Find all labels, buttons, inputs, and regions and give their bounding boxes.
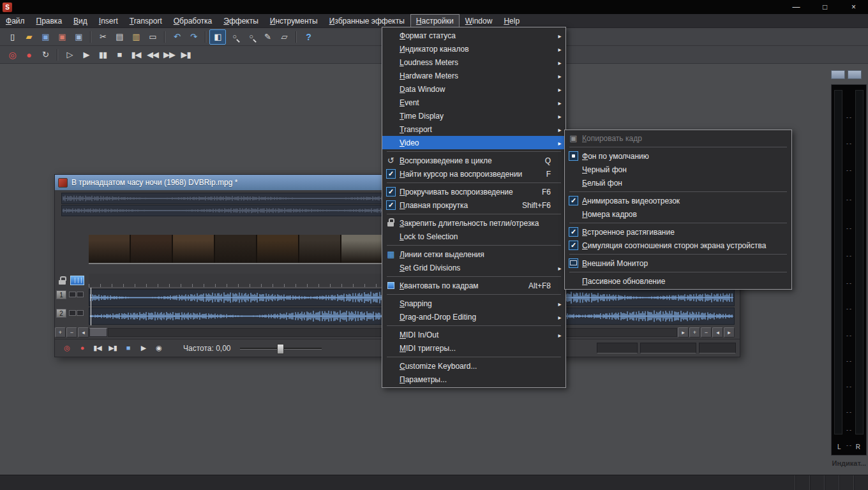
meter-channel-tab[interactable] <box>831 70 845 79</box>
stop-button[interactable]: ■ <box>111 47 128 63</box>
record-options-button[interactable]: ◎ <box>60 341 73 355</box>
menu-item[interactable]: Черный фон <box>565 163 791 176</box>
play-device-button[interactable]: ◉ <box>152 341 165 355</box>
forward-button[interactable]: ▶▶ <box>161 47 177 63</box>
zoom-out-time-button[interactable]: − <box>701 327 712 338</box>
menubar-item[interactable]: Избранные эффекты <box>324 14 410 27</box>
close-button[interactable]: × <box>839 0 868 14</box>
pause-button[interactable]: ▮▮ <box>94 47 111 63</box>
menu-item[interactable]: MIDI триггеры... <box>382 341 565 355</box>
track-mute-icon[interactable] <box>69 310 76 316</box>
level-meter[interactable]: L R <box>831 84 867 456</box>
menu-item[interactable]: MIDI In/Out <box>382 328 565 341</box>
cut-button[interactable]: ✂ <box>94 29 111 45</box>
menubar-item[interactable]: Файл <box>0 14 31 27</box>
menu-item[interactable]: Найти курсор на воспроизведении F <box>382 167 565 181</box>
maximize-button[interactable]: □ <box>811 0 839 14</box>
menu-item[interactable]: Пассивное обновление <box>565 274 791 288</box>
menu-item[interactable]: Встроенное растягивание <box>565 225 791 239</box>
menubar-item[interactable]: Window <box>460 14 498 27</box>
menu-item[interactable]: Внешний Монитор <box>565 256 791 270</box>
menu-item[interactable]: Set Grid Divisions <box>382 261 565 274</box>
track-header[interactable]: 1 <box>55 289 89 306</box>
menu-item[interactable]: Анимировать видеоотрезок <box>565 194 791 207</box>
save-all-button[interactable]: ▣ <box>70 29 87 45</box>
menu-item[interactable]: Snapping <box>382 297 565 310</box>
menu-item[interactable]: Time Display <box>382 109 565 122</box>
menu-item[interactable]: Воспроизведение в цикле Q <box>382 154 565 167</box>
snap-grid-icon[interactable] <box>70 276 84 285</box>
menu-item[interactable]: Закрепить длительность петли/отрезка <box>382 216 565 230</box>
menubar-item[interactable]: Инструменты <box>264 14 324 27</box>
menu-item[interactable]: Loudness Meters <box>382 56 565 69</box>
help-button[interactable]: ? <box>300 29 317 45</box>
go-to-end-button[interactable]: ▶▮ <box>106 341 119 355</box>
edit-tool-button[interactable]: ◧ <box>209 29 226 45</box>
menu-item[interactable]: Customize Keyboard... <box>382 359 565 373</box>
track-solo-icon[interactable] <box>77 310 84 316</box>
track-number[interactable]: 2 <box>56 309 66 318</box>
zoom-out-vertical-button[interactable]: − <box>66 327 77 338</box>
menubar-item[interactable]: Эффекты <box>218 14 264 27</box>
go-to-end-button[interactable]: ▶▮ <box>177 47 194 63</box>
menubar-item[interactable]: Вид <box>68 14 93 27</box>
save-button[interactable]: ▣ <box>37 29 54 45</box>
menu-item[interactable]: Hardware Meters <box>382 69 565 82</box>
go-to-start-button[interactable]: ▮◀ <box>128 47 144 63</box>
track-mute-icon[interactable] <box>69 292 76 297</box>
zoom-in-time-button[interactable]: + <box>689 327 700 338</box>
undo-button[interactable]: ↶ <box>168 29 185 45</box>
menu-item[interactable]: Номера кадров <box>565 207 791 221</box>
menu-item[interactable]: Формат статуса <box>382 29 565 42</box>
menu-item[interactable]: Квантовать по кадрам Alt+F8 <box>382 279 565 292</box>
menu-item[interactable]: Drag-and-Drop Editing <box>382 310 565 323</box>
menu-item[interactable]: Симуляция соотношения сторон экрана устр… <box>565 239 791 252</box>
play-all-button[interactable]: ▷ <box>61 47 78 63</box>
envelope-tool-button[interactable]: ▱ <box>276 29 292 45</box>
magnify-button[interactable]: ○ <box>243 29 259 45</box>
track-header[interactable]: 2 <box>55 308 89 325</box>
menubar-item[interactable]: Transport <box>124 14 168 27</box>
menubar-item[interactable]: Настройки <box>410 14 460 27</box>
lock-loop-icon[interactable] <box>59 276 66 285</box>
rewind-button[interactable]: ◀◀ <box>144 47 161 63</box>
loop-playback-button[interactable]: ↻ <box>37 47 54 63</box>
menu-item[interactable]: Индикатор каналов <box>382 42 565 56</box>
play-button[interactable]: ▶ <box>78 47 94 63</box>
menu-item[interactable]: Event <box>382 96 565 109</box>
new-file-button[interactable]: ▯ <box>4 29 20 45</box>
menu-item[interactable]: Плавная прокрутка Shift+F6 <box>382 198 565 212</box>
menubar-item[interactable]: Help <box>498 14 525 27</box>
rate-slider-thumb[interactable] <box>277 344 284 354</box>
draw-tool-button[interactable]: ✎ <box>259 29 276 45</box>
redo-button[interactable]: ↷ <box>185 29 202 45</box>
menu-item[interactable]: Фон по умолчанию <box>565 149 791 163</box>
menu-item[interactable]: Video <box>382 136 565 149</box>
minimize-button[interactable]: — <box>782 0 811 14</box>
scrollbar-thumb[interactable] <box>89 328 107 337</box>
scroll-right-button[interactable]: ▸ <box>678 327 689 338</box>
menu-item[interactable]: Линии сетки выделения <box>382 248 565 261</box>
rate-slider[interactable] <box>240 343 322 353</box>
menu-item[interactable]: Lock to Selection <box>382 230 565 243</box>
paste-button[interactable]: ▥ <box>128 29 144 45</box>
menubar-item[interactable]: Правка <box>31 14 68 27</box>
menubar-item[interactable]: Обработка <box>168 14 218 27</box>
zoom-tool-button[interactable]: ○ <box>226 29 243 45</box>
page-right-button[interactable]: ▸ <box>724 327 735 338</box>
record-button[interactable]: ● <box>20 47 37 63</box>
menu-item[interactable]: Копировать кадр <box>565 131 791 145</box>
scroll-left-button[interactable]: ◂ <box>78 327 89 338</box>
meter-channel-tab[interactable] <box>848 70 862 79</box>
page-left-button[interactable]: ◂ <box>712 327 723 338</box>
zoom-in-vertical-button[interactable]: + <box>55 327 66 338</box>
go-to-start-button[interactable]: ▮◀ <box>91 341 104 355</box>
save-as-button[interactable]: ▣ <box>54 29 70 45</box>
stop-button[interactable]: ■ <box>121 341 135 355</box>
open-button[interactable]: ▰ <box>20 29 37 45</box>
menu-item[interactable]: Data Window <box>382 82 565 96</box>
record-options-button[interactable]: ◎ <box>4 47 20 63</box>
menu-item[interactable]: Параметры... <box>382 373 565 386</box>
menubar-item[interactable]: Insert <box>93 14 124 27</box>
menu-item[interactable]: Transport <box>382 122 565 136</box>
